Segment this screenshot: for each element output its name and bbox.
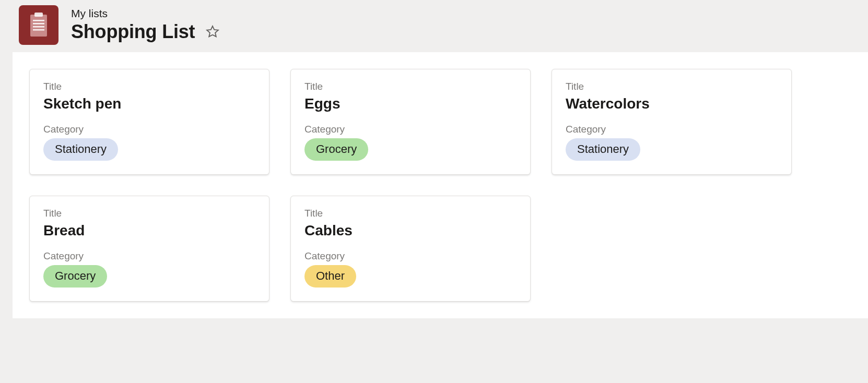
svg-rect-2 xyxy=(33,20,44,21)
main-content: TitleSketch penCategoryStationeryTitleEg… xyxy=(13,52,868,318)
svg-rect-1 xyxy=(34,13,43,17)
category-pill: Stationery xyxy=(566,138,640,161)
list-card[interactable]: TitleBreadCategoryGrocery xyxy=(29,196,269,302)
card-grid: TitleSketch penCategoryStationeryTitleEg… xyxy=(29,69,851,302)
list-card[interactable]: TitleCablesCategoryOther xyxy=(290,196,531,302)
field-label-category: Category xyxy=(43,250,255,262)
list-card[interactable]: TitleEggsCategoryGrocery xyxy=(290,69,531,175)
card-title: Sketch pen xyxy=(43,95,255,112)
star-outline-icon xyxy=(205,25,220,39)
list-tile-icon xyxy=(19,5,58,45)
list-card[interactable]: TitleSketch penCategoryStationery xyxy=(29,69,269,175)
clipboard-icon xyxy=(28,13,49,38)
svg-rect-3 xyxy=(33,23,44,25)
svg-rect-5 xyxy=(33,29,44,31)
field-label-category: Category xyxy=(304,250,517,262)
field-label-category: Category xyxy=(566,124,778,135)
card-title: Bread xyxy=(43,222,255,239)
field-label-category: Category xyxy=(304,124,517,135)
favorite-toggle[interactable] xyxy=(203,22,222,41)
card-title: Cables xyxy=(304,222,517,239)
category-pill: Grocery xyxy=(304,138,368,161)
svg-rect-4 xyxy=(33,26,44,28)
field-label-title: Title xyxy=(566,81,778,92)
page-title: Shopping List xyxy=(71,21,195,43)
category-pill: Grocery xyxy=(43,265,107,288)
field-label-title: Title xyxy=(304,208,517,219)
category-pill: Stationery xyxy=(43,138,118,161)
svg-rect-0 xyxy=(30,15,47,37)
category-pill: Other xyxy=(304,265,356,288)
list-card[interactable]: TitleWatercolorsCategoryStationery xyxy=(552,69,792,175)
breadcrumb-my-lists[interactable]: My lists xyxy=(71,7,222,20)
page-header: My lists Shopping List xyxy=(0,0,868,52)
field-label-title: Title xyxy=(43,81,255,92)
field-label-category: Category xyxy=(43,124,255,135)
field-label-title: Title xyxy=(43,208,255,219)
field-label-title: Title xyxy=(304,81,517,92)
card-title: Eggs xyxy=(304,95,517,112)
card-title: Watercolors xyxy=(566,95,778,112)
